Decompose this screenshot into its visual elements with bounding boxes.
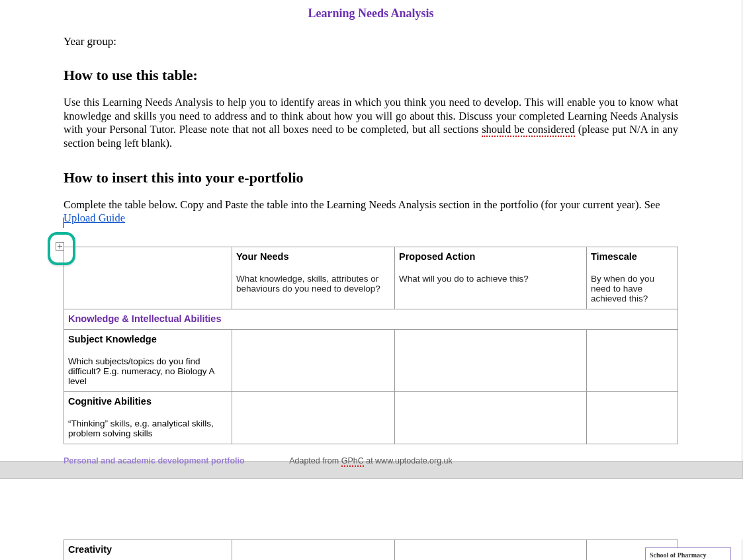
spellcheck-underline: should be considered — [482, 123, 575, 137]
row-label-cell[interactable]: Subject Knowledge Which subjects/topics … — [64, 329, 232, 391]
row-label-cell[interactable]: Cognitive Abilities “Thinking” skills, e… — [64, 391, 232, 444]
table-header-row: Your Needs What knowledge, skills, attri… — [64, 247, 678, 309]
category-row: Knowledge & Intellectual Abilities — [64, 309, 678, 329]
school-badge: School of Pharmacy University of Reading — [645, 547, 731, 560]
upload-guide-link[interactable]: Upload Guide — [64, 212, 125, 224]
table-row: Cognitive Abilities “Thinking” skills, e… — [64, 391, 678, 444]
header-title: Your Needs — [236, 251, 390, 262]
header-title: Timescale — [591, 251, 674, 262]
section-heading-how-to-use: How to use this table: — [64, 67, 678, 84]
row-label-cell[interactable]: Creativity — [64, 540, 232, 561]
row-title: Cognitive Abilities — [68, 396, 228, 407]
spellcheck-underline: GPhC — [341, 456, 364, 467]
table-row: Subject Knowledge Which subjects/topics … — [64, 329, 678, 391]
your-needs-cell[interactable] — [232, 391, 395, 444]
timescale-cell[interactable] — [587, 391, 678, 444]
timescale-cell[interactable] — [587, 329, 678, 391]
footer-center-a: Adapted from — [289, 456, 341, 465]
document-viewport: Learning Needs Analysis Year group: How … — [0, 0, 745, 560]
header-sub: What will you do to achieve this? — [399, 274, 582, 284]
lna-table-container-page2: Creativity — [0, 540, 742, 560]
lna-table-page2[interactable]: Creativity — [64, 540, 678, 560]
page-1: Learning Needs Analysis Year group: How … — [0, 0, 742, 461]
text-cursor-icon — [64, 218, 64, 228]
row-title: Creativity — [68, 544, 228, 555]
table-row: Creativity — [64, 540, 678, 561]
row-sub: “Thinking” skills, e.g. analytical skill… — [68, 419, 228, 438]
header-sub: By when do you need to have achieved thi… — [591, 274, 674, 303]
header-your-needs[interactable]: Your Needs What knowledge, skills, attri… — [232, 247, 395, 309]
your-needs-cell[interactable] — [232, 540, 395, 561]
header-proposed-action[interactable]: Proposed Action What will you do to achi… — [395, 247, 587, 309]
proposed-action-cell[interactable] — [395, 329, 587, 391]
category-label: Knowledge & Intellectual Abilities — [68, 313, 222, 324]
category-cell[interactable]: Knowledge & Intellectual Abilities — [64, 309, 678, 329]
footer-center-text: Adapted from GPhC at www.uptodate.org.uk — [0, 456, 742, 465]
proposed-action-cell[interactable] — [395, 391, 587, 444]
row-sub: Which subjects/topics do you find diffic… — [68, 356, 228, 386]
year-group-label: Year group: — [64, 35, 678, 48]
row-title: Subject Knowledge — [68, 334, 228, 344]
table-move-handle[interactable] — [56, 241, 64, 253]
section-heading-eportfolio: How to insert this into your e-portfolio — [64, 169, 678, 186]
proposed-action-cell[interactable] — [395, 540, 587, 561]
document-body: Learning Needs Analysis Year group: How … — [0, 0, 742, 444]
header-sub: What knowledge, skills, attributes or be… — [236, 274, 390, 294]
header-timescale[interactable]: Timescale By when do you need to have ac… — [587, 247, 678, 309]
document-title: Learning Needs Analysis — [64, 0, 678, 20]
header-blank[interactable] — [64, 247, 232, 309]
page-footer: Personal and academic development portfo… — [0, 444, 742, 465]
badge-line1: School of Pharmacy — [650, 551, 726, 559]
intro-paragraph: Use this Learning Needs Analysis to help… — [64, 96, 678, 151]
your-needs-cell[interactable] — [232, 329, 395, 391]
footer-center-b: at www.uptodate.org.uk — [364, 456, 453, 465]
move-icon — [56, 242, 64, 251]
lna-table[interactable]: Your Needs What knowledge, skills, attri… — [64, 247, 678, 444]
page-2: School of Pharmacy University of Reading… — [0, 540, 742, 560]
lna-table-container: Your Needs What knowledge, skills, attri… — [64, 247, 678, 444]
eportfolio-text: Complete the table below. Copy and Paste… — [64, 198, 660, 211]
header-title: Proposed Action — [399, 251, 582, 262]
eportfolio-paragraph: Complete the table below. Copy and Paste… — [64, 198, 678, 225]
